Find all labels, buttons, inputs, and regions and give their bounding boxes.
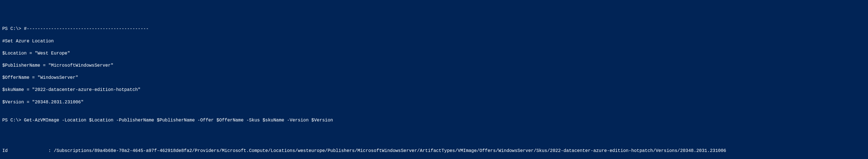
prompt-line-1[interactable]: PS C:\> #-------------------------------… <box>2 26 866 32</box>
dash-comment: #---------------------------------------… <box>24 26 149 31</box>
prompt-line-2[interactable]: PS C:\> Get-AzVMImage -Location $Locatio… <box>2 118 866 124</box>
var-sku: $skuName = "2022-datacenter-azure-editio… <box>2 87 866 93</box>
output-key: Id : <box>2 148 54 153</box>
comment-set-location: #Set Azure Location <box>2 38 866 44</box>
output-id: Id : /Subscriptions/89a4b68e-70a2-4645-a… <box>2 148 866 154</box>
prompt: PS C:\> <box>2 118 21 123</box>
var-offer: $OfferName = "WindowsServer" <box>2 75 866 81</box>
prompt: PS C:\> <box>2 26 21 31</box>
var-location: $Location = "West Europe" <box>2 51 866 57</box>
var-publisher: $PublisherName = "MicrosoftWindowsServer… <box>2 63 866 69</box>
var-version: $Version = "20348.2031.231006" <box>2 99 866 106</box>
output-value: /Subscriptions/89a4b68e-70a2-4645-a97f-4… <box>54 148 726 153</box>
command-text: Get-AzVMImage -Location $Location -Publi… <box>24 118 333 123</box>
